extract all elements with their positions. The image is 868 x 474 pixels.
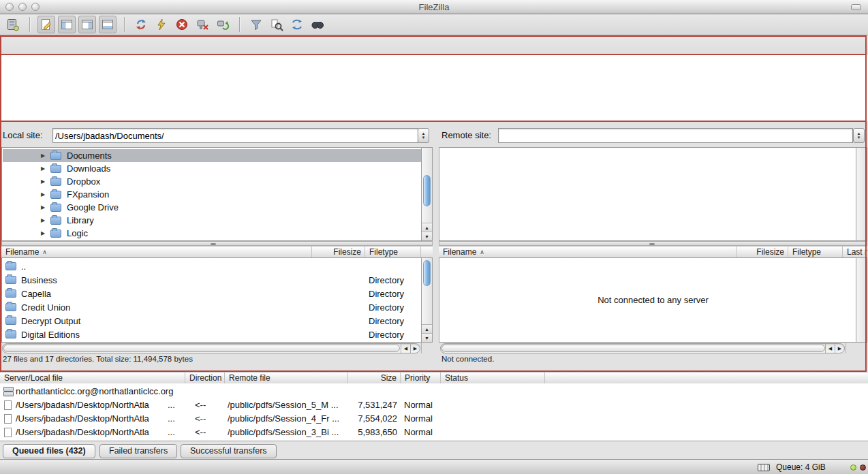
sort-asc-icon: ∧	[42, 249, 47, 255]
find-files-icon[interactable]	[309, 16, 326, 33]
queue-remote-file: /public/pdfs/Session_4_Fr ...	[228, 412, 339, 426]
file-row-decrypt-output[interactable]: Decrypt OutputDirectory	[3, 314, 422, 328]
toolbar-toggle-lozenge[interactable]	[851, 4, 861, 10]
tree-vertical-scrollbar[interactable]: ▲ ▼	[421, 148, 432, 240]
scroll-down-button[interactable]: ▼	[422, 232, 432, 240]
cancel-transfer-icon[interactable]	[173, 16, 191, 33]
splitter-grip-icon	[649, 243, 655, 245]
folder-icon	[50, 165, 61, 173]
tree-item-fxpansion[interactable]: ▶FXpansion	[3, 188, 422, 201]
scroll-left-button[interactable]: ◀	[825, 344, 835, 353]
local-site-stepper[interactable]: ▲▼	[418, 128, 429, 143]
file-icon	[4, 428, 12, 437]
file-row-capella[interactable]: CapellaDirectory	[3, 287, 422, 300]
scrollbar-thumb[interactable]	[441, 345, 825, 352]
column-header-server-local[interactable]: Server/Local file	[0, 373, 185, 383]
queue-server-row[interactable]: northatlanticlcc.org@northatlanticlcc.or…	[0, 385, 868, 398]
column-header-remote-file[interactable]: Remote file	[225, 373, 348, 383]
scroll-up-button[interactable]: ▲	[422, 223, 432, 232]
synchronized-browsing-icon[interactable]	[288, 16, 306, 33]
refresh-icon[interactable]	[132, 16, 150, 33]
remote-tree-vertical-scrollbar[interactable]	[856, 148, 867, 240]
arrow-down-icon: ▼	[422, 136, 426, 140]
site-manager-icon[interactable]	[4, 16, 22, 33]
file-row-credit-union[interactable]: Credit UnionDirectory	[3, 300, 422, 314]
remote-pane-splitter[interactable]	[439, 241, 867, 246]
file-row-business[interactable]: BusinessDirectory	[3, 273, 422, 287]
column-header-filesize[interactable]: Filesize	[737, 247, 788, 257]
folder-icon	[5, 289, 16, 298]
column-header-filetype[interactable]: Filetype	[788, 247, 843, 257]
queue-item-row[interactable]: /Users/jbadash/Desktop/NorthAtla ... <--…	[0, 426, 868, 439]
column-header-priority[interactable]: Priority	[401, 373, 441, 383]
reconnect-icon[interactable]	[214, 16, 232, 33]
local-pane-splitter[interactable]	[1, 241, 433, 246]
toggle-queue-icon[interactable]	[99, 16, 117, 33]
zoom-button[interactable]	[31, 3, 40, 11]
tab-failed-transfers[interactable]: Failed transfers	[99, 444, 177, 458]
column-header-size[interactable]: Size	[348, 373, 401, 383]
disclosure-triangle-icon[interactable]: ▶	[41, 191, 50, 198]
speed-limits-icon[interactable]	[758, 464, 770, 471]
file-row-digital-editions[interactable]: Digital EditionsDirectory	[3, 328, 422, 341]
remote-site-stepper[interactable]: ▲▼	[853, 128, 865, 143]
truncation-ellipsis: ...	[168, 412, 175, 426]
toggle-local-tree-icon[interactable]	[58, 16, 76, 33]
disclosure-triangle-icon[interactable]: ▶	[41, 153, 50, 159]
scrollbar-thumb[interactable]	[423, 175, 431, 206]
minimize-button[interactable]	[18, 3, 27, 11]
tree-item-dropbox[interactable]: ▶Dropbox	[3, 175, 422, 188]
queue-item-row[interactable]: /Users/jbadash/Desktop/NorthAtla ... <--…	[0, 412, 868, 426]
tree-item-logic[interactable]: ▶Logic	[3, 227, 422, 240]
tree-item-downloads[interactable]: ▶Downloads	[3, 162, 422, 175]
filter-icon[interactable]	[247, 16, 265, 33]
remote-site-label: Remote site:	[441, 125, 491, 145]
file-type: Directory	[369, 330, 404, 340]
remote-list-vertical-scrollbar[interactable]	[856, 258, 867, 342]
queue-item-row[interactable]: /Users/jbadash/Desktop/NorthAtla ... <--…	[0, 398, 868, 412]
remote-site-input[interactable]	[498, 128, 853, 143]
column-header-status[interactable]: Status	[441, 373, 545, 383]
scroll-down-button[interactable]: ▼	[422, 333, 432, 342]
toolbar-separator	[239, 17, 240, 32]
directory-comparison-icon[interactable]	[268, 16, 285, 33]
local-site-input[interactable]	[52, 128, 418, 143]
column-header-filesize[interactable]: Filesize	[312, 247, 365, 257]
toggle-remote-tree-icon[interactable]	[78, 16, 96, 33]
scroll-up-button[interactable]: ▲	[422, 324, 432, 333]
scroll-left-button[interactable]: ◀	[401, 344, 410, 353]
column-header-direction[interactable]: Direction	[185, 373, 225, 383]
file-row-parent[interactable]: ..	[3, 259, 422, 273]
disclosure-triangle-icon[interactable]: ▶	[41, 230, 50, 236]
local-list-vertical-scrollbar[interactable]: ▲ ▼	[421, 258, 432, 342]
tree-item-library[interactable]: ▶Library	[3, 214, 422, 227]
disclosure-triangle-icon[interactable]: ▶	[41, 165, 50, 172]
column-header-last-modified[interactable]: Last m	[843, 247, 867, 257]
disclosure-triangle-icon[interactable]: ▶	[41, 204, 50, 210]
close-button[interactable]	[5, 3, 14, 11]
queue-size-label: Queue: 4 GiB	[776, 460, 826, 474]
tree-item-google-drive[interactable]: ▶Google Drive	[3, 201, 422, 214]
file-name: Capella	[21, 289, 51, 299]
local-status-text: 27 files and 17 directories. Total size:…	[3, 355, 193, 363]
scrollbar-thumb[interactable]	[423, 260, 431, 286]
remote-horizontal-scrollbar[interactable]: ◀ ▶	[440, 343, 845, 353]
scroll-right-button[interactable]: ▶	[835, 344, 844, 353]
column-header-filename[interactable]: Filename∧	[439, 247, 737, 257]
green-led-icon	[850, 464, 856, 471]
tree-item-documents[interactable]: ▶Documents	[3, 149, 422, 162]
process-queue-icon[interactable]	[153, 16, 170, 33]
tab-successful-transfers[interactable]: Successful transfers	[181, 444, 277, 458]
title-bar: FileZilla	[0, 0, 868, 14]
disclosure-triangle-icon[interactable]: ▶	[41, 178, 50, 185]
disconnect-icon[interactable]	[193, 16, 211, 33]
queue-local-file: /Users/jbadash/Desktop/NorthAtla	[16, 426, 149, 439]
scrollbar-thumb[interactable]	[3, 345, 400, 352]
column-header-filetype[interactable]: Filetype	[365, 247, 421, 257]
local-horizontal-scrollbar[interactable]: ◀ ▶	[2, 343, 420, 353]
toggle-message-log-icon[interactable]	[37, 16, 55, 33]
disclosure-triangle-icon[interactable]: ▶	[41, 217, 50, 223]
column-header-filename[interactable]: Filename∧	[1, 247, 312, 257]
tab-queued-files[interactable]: Queued files (432)	[3, 444, 95, 458]
scroll-right-button[interactable]: ▶	[410, 344, 420, 353]
